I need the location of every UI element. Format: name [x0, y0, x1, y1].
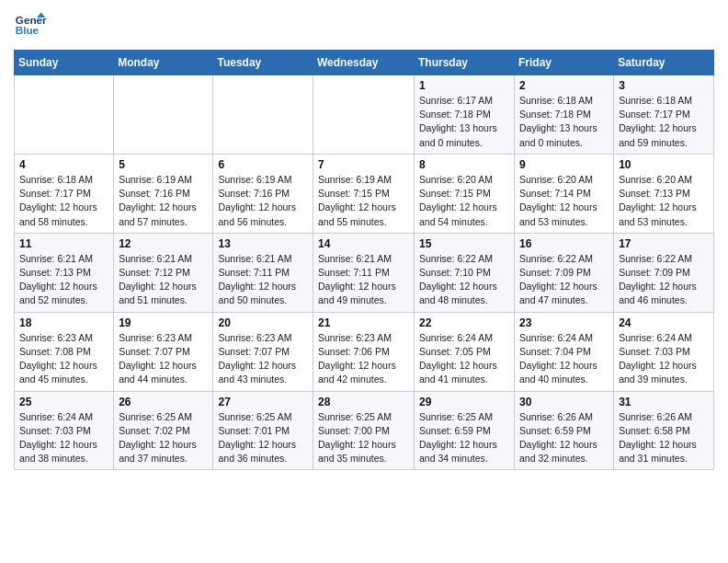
calendar-cell: 19Sunrise: 6:23 AM Sunset: 7:07 PM Dayli… [114, 312, 213, 391]
calendar-cell: 8Sunrise: 6:20 AM Sunset: 7:15 PM Daylig… [415, 154, 515, 233]
day-number: 27 [218, 396, 308, 408]
day-info: Sunrise: 6:21 AM Sunset: 7:11 PM Dayligh… [318, 252, 409, 308]
day-info: Sunrise: 6:17 AM Sunset: 7:18 PM Dayligh… [419, 94, 509, 150]
day-number: 26 [119, 396, 208, 408]
calendar-cell: 5Sunrise: 6:19 AM Sunset: 7:16 PM Daylig… [114, 154, 213, 233]
day-header-sunday: Sunday [15, 51, 114, 75]
week-row-4: 18Sunrise: 6:23 AM Sunset: 7:08 PM Dayli… [15, 312, 714, 391]
week-row-3: 11Sunrise: 6:21 AM Sunset: 7:13 PM Dayli… [15, 233, 714, 312]
week-row-5: 25Sunrise: 6:24 AM Sunset: 7:03 PM Dayli… [15, 391, 714, 470]
day-number: 16 [519, 237, 609, 250]
day-number: 17 [619, 237, 709, 250]
day-number: 4 [19, 158, 108, 171]
day-header-friday: Friday [515, 51, 614, 75]
calendar-cell: 18Sunrise: 6:23 AM Sunset: 7:08 PM Dayli… [15, 312, 114, 391]
day-info: Sunrise: 6:26 AM Sunset: 6:58 PM Dayligh… [619, 410, 709, 466]
week-row-2: 4Sunrise: 6:18 AM Sunset: 7:17 PM Daylig… [15, 154, 714, 233]
day-info: Sunrise: 6:24 AM Sunset: 7:05 PM Dayligh… [419, 331, 509, 387]
calendar-cell: 21Sunrise: 6:23 AM Sunset: 7:06 PM Dayli… [313, 312, 415, 391]
day-info: Sunrise: 6:22 AM Sunset: 7:09 PM Dayligh… [619, 252, 709, 308]
calendar-cell: 28Sunrise: 6:25 AM Sunset: 7:00 PM Dayli… [313, 391, 415, 470]
day-number: 3 [619, 79, 709, 92]
day-number: 1 [419, 79, 509, 92]
calendar-cell: 27Sunrise: 6:25 AM Sunset: 7:01 PM Dayli… [213, 391, 313, 470]
day-info: Sunrise: 6:26 AM Sunset: 6:59 PM Dayligh… [519, 410, 609, 466]
calendar-cell: 4Sunrise: 6:18 AM Sunset: 7:17 PM Daylig… [15, 154, 114, 233]
day-info: Sunrise: 6:25 AM Sunset: 7:00 PM Dayligh… [318, 410, 409, 466]
day-number: 13 [218, 237, 308, 250]
day-info: Sunrise: 6:21 AM Sunset: 7:12 PM Dayligh… [119, 252, 208, 308]
day-info: Sunrise: 6:20 AM Sunset: 7:15 PM Dayligh… [419, 173, 509, 229]
day-number: 11 [19, 237, 108, 250]
day-number: 23 [519, 316, 609, 329]
calendar-cell: 24Sunrise: 6:24 AM Sunset: 7:03 PM Dayli… [614, 312, 714, 391]
calendar-cell: 2Sunrise: 6:18 AM Sunset: 7:18 PM Daylig… [515, 75, 614, 155]
day-info: Sunrise: 6:18 AM Sunset: 7:17 PM Dayligh… [19, 173, 108, 229]
calendar-cell: 3Sunrise: 6:18 AM Sunset: 7:17 PM Daylig… [614, 75, 714, 155]
day-number: 28 [318, 396, 409, 408]
page-header: General Blue [14, 9, 714, 42]
day-number: 29 [419, 396, 509, 408]
day-number: 12 [119, 237, 208, 250]
calendar-cell [313, 75, 415, 155]
day-number: 22 [419, 316, 509, 329]
calendar-cell: 22Sunrise: 6:24 AM Sunset: 7:05 PM Dayli… [415, 312, 515, 391]
calendar-cell: 29Sunrise: 6:25 AM Sunset: 6:59 PM Dayli… [415, 391, 515, 470]
day-number: 5 [119, 158, 208, 171]
calendar-cell: 20Sunrise: 6:23 AM Sunset: 7:07 PM Dayli… [213, 312, 313, 391]
day-info: Sunrise: 6:22 AM Sunset: 7:10 PM Dayligh… [419, 252, 509, 308]
day-info: Sunrise: 6:20 AM Sunset: 7:14 PM Dayligh… [519, 173, 609, 229]
day-info: Sunrise: 6:18 AM Sunset: 7:17 PM Dayligh… [619, 94, 709, 150]
day-info: Sunrise: 6:23 AM Sunset: 7:07 PM Dayligh… [218, 331, 308, 387]
calendar-cell [114, 75, 213, 155]
day-info: Sunrise: 6:24 AM Sunset: 7:04 PM Dayligh… [519, 331, 609, 387]
day-info: Sunrise: 6:25 AM Sunset: 7:02 PM Dayligh… [119, 410, 208, 466]
day-number: 19 [119, 316, 208, 329]
calendar-cell: 23Sunrise: 6:24 AM Sunset: 7:04 PM Dayli… [515, 312, 614, 391]
day-header-saturday: Saturday [614, 51, 714, 75]
calendar-cell: 17Sunrise: 6:22 AM Sunset: 7:09 PM Dayli… [614, 233, 714, 312]
header-row: SundayMondayTuesdayWednesdayThursdayFrid… [15, 51, 714, 75]
calendar-cell: 7Sunrise: 6:19 AM Sunset: 7:15 PM Daylig… [313, 154, 415, 233]
day-info: Sunrise: 6:24 AM Sunset: 7:03 PM Dayligh… [19, 410, 108, 466]
calendar-cell: 10Sunrise: 6:20 AM Sunset: 7:13 PM Dayli… [614, 154, 714, 233]
day-number: 21 [318, 316, 409, 329]
day-number: 8 [419, 158, 509, 171]
day-info: Sunrise: 6:23 AM Sunset: 7:07 PM Dayligh… [119, 331, 208, 387]
day-number: 9 [519, 158, 609, 171]
calendar-cell: 13Sunrise: 6:21 AM Sunset: 7:11 PM Dayli… [213, 233, 313, 312]
day-header-tuesday: Tuesday [213, 51, 313, 75]
calendar-cell: 14Sunrise: 6:21 AM Sunset: 7:11 PM Dayli… [313, 233, 415, 312]
calendar-cell: 9Sunrise: 6:20 AM Sunset: 7:14 PM Daylig… [515, 154, 614, 233]
svg-text:Blue: Blue [16, 24, 40, 36]
day-info: Sunrise: 6:22 AM Sunset: 7:09 PM Dayligh… [519, 252, 609, 308]
day-info: Sunrise: 6:19 AM Sunset: 7:15 PM Dayligh… [318, 173, 409, 229]
day-number: 15 [419, 237, 509, 250]
day-number: 7 [318, 158, 409, 171]
day-number: 25 [19, 396, 108, 408]
day-info: Sunrise: 6:21 AM Sunset: 7:11 PM Dayligh… [218, 252, 308, 308]
day-number: 24 [619, 316, 709, 329]
day-number: 31 [619, 396, 709, 408]
week-row-1: 1Sunrise: 6:17 AM Sunset: 7:18 PM Daylig… [15, 75, 714, 155]
day-info: Sunrise: 6:19 AM Sunset: 7:16 PM Dayligh… [218, 173, 308, 229]
day-number: 6 [218, 158, 308, 171]
calendar-cell: 31Sunrise: 6:26 AM Sunset: 6:58 PM Dayli… [614, 391, 714, 470]
calendar-cell [213, 75, 313, 155]
logo-icon: General Blue [14, 9, 47, 42]
calendar-cell: 15Sunrise: 6:22 AM Sunset: 7:10 PM Dayli… [415, 233, 515, 312]
day-info: Sunrise: 6:23 AM Sunset: 7:06 PM Dayligh… [318, 331, 409, 387]
day-number: 30 [519, 396, 609, 408]
calendar-cell: 6Sunrise: 6:19 AM Sunset: 7:16 PM Daylig… [213, 154, 313, 233]
calendar-cell: 25Sunrise: 6:24 AM Sunset: 7:03 PM Dayli… [15, 391, 114, 470]
calendar-cell: 1Sunrise: 6:17 AM Sunset: 7:18 PM Daylig… [415, 75, 515, 155]
day-info: Sunrise: 6:18 AM Sunset: 7:18 PM Dayligh… [519, 94, 609, 150]
calendar-cell: 26Sunrise: 6:25 AM Sunset: 7:02 PM Dayli… [114, 391, 213, 470]
calendar-cell: 16Sunrise: 6:22 AM Sunset: 7:09 PM Dayli… [515, 233, 614, 312]
day-info: Sunrise: 6:24 AM Sunset: 7:03 PM Dayligh… [619, 331, 709, 387]
calendar-cell: 11Sunrise: 6:21 AM Sunset: 7:13 PM Dayli… [15, 233, 114, 312]
day-number: 14 [318, 237, 409, 250]
day-info: Sunrise: 6:21 AM Sunset: 7:13 PM Dayligh… [19, 252, 108, 308]
day-number: 10 [619, 158, 709, 171]
calendar-cell [15, 75, 114, 155]
